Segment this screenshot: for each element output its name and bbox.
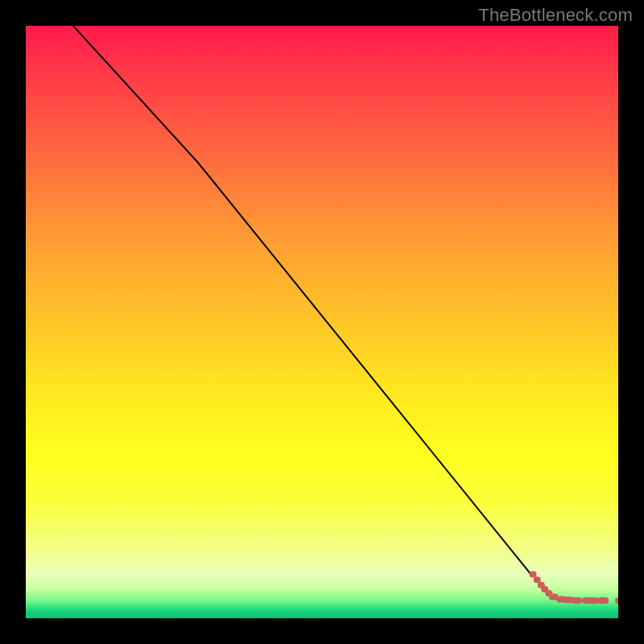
watermark-text: TheBottleneck.com	[478, 5, 633, 26]
plot-area	[26, 26, 618, 618]
gradient-background	[26, 26, 618, 618]
chart-stage: TheBottleneck.com	[0, 0, 644, 644]
